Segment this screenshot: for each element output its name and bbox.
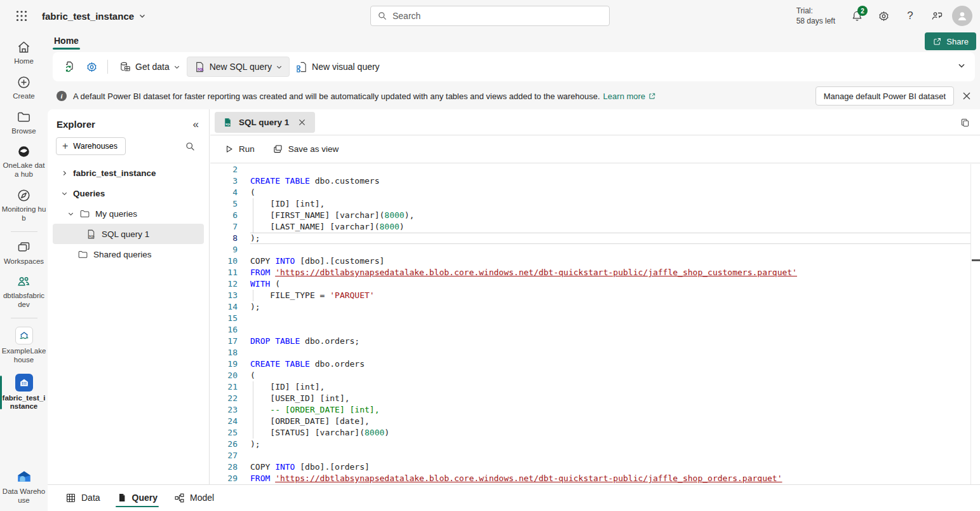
search-input[interactable] [393,11,603,21]
nav-item-browse[interactable]: Browse [0,109,48,137]
nav-item-workspace-dbtlabsfabricdev[interactable]: dbtlabsfabricdev [0,274,48,310]
folder-icon [79,208,90,219]
settings-button[interactable] [872,4,895,27]
play-icon [224,144,234,154]
share-button[interactable]: Share [925,32,976,50]
search-icon [377,11,387,21]
explorer-title: Explorer [57,119,95,130]
nav-item-create[interactable]: Create [0,74,48,102]
code-area[interactable]: 23CREATE TABLE dbo.customers4(5 [ID] [in… [210,164,970,484]
query-editor: SQL SQL query 1 Run [210,109,980,484]
chevron-down-icon [60,190,68,197]
tab-sql-query-1[interactable]: SQL SQL query 1 [215,112,315,133]
warehouse-settings-icon[interactable] [81,57,102,77]
code-line[interactable]: 21 [ID] [int], [210,381,970,393]
tab-data[interactable]: Data [60,487,105,510]
code-line[interactable]: 22 [USER_ID] [int], [210,393,970,404]
code-line[interactable]: 11FROM 'https://dbtlabsynapsedatalake.bl… [210,267,970,278]
code-lines: 23CREATE TABLE dbo.customers4(5 [ID] [in… [210,164,970,484]
new-visual-query-button[interactable]: New visual query [290,57,386,77]
nav-item-examplelakehouse[interactable]: ExampleLakehouse [0,326,48,365]
code-line[interactable]: 13 FILE_TYPE = 'PARQUET' [210,290,970,301]
code-line[interactable]: 2 [210,164,970,175]
plus-icon: + [62,141,68,151]
banner-close-icon[interactable] [957,86,976,106]
create-icon [17,75,31,90]
tab-close-icon[interactable] [295,115,309,129]
collapse-panel-icon[interactable]: « [193,119,199,130]
code-line[interactable]: 15 [210,313,970,324]
code-line[interactable]: 27 [210,450,970,461]
code-line[interactable]: 10COPY INTO [dbo].[customers] [210,256,970,267]
explorer-search-icon[interactable] [181,137,199,155]
learn-more-link[interactable]: Learn more [603,92,656,101]
notifications-button[interactable]: 2 [845,4,868,27]
svg-text:SQL: SQL [89,235,95,238]
code-line[interactable]: 16 [210,324,970,336]
sql-file-icon: SQL [222,117,233,128]
code-line[interactable]: 19CREATE TABLE dbo.orders [210,358,970,370]
refresh-semantic-model-icon[interactable] [59,57,81,77]
tab-query[interactable]: Query [112,487,163,509]
tree-item-warehouse-root[interactable]: fabric_test_instance [48,163,209,183]
nav-item-onelake-data-hub[interactable]: OneLake data hub [0,144,48,180]
sql-file-icon: SQL [194,61,206,73]
nav-item-home[interactable]: Home [0,39,48,67]
code-line[interactable]: 4( [210,187,970,198]
nav-item-workspaces[interactable]: Workspaces [0,240,48,267]
tree-item-shared-queries[interactable]: Shared queries [48,244,209,264]
notification-badge: 2 [857,6,868,16]
nav-item-fabric-test-instance[interactable]: fabric_test_instance [0,373,48,412]
code-line[interactable]: 14); [210,301,970,313]
sql-file-icon: SQL [86,229,97,240]
tree-item-queries[interactable]: Queries [48,183,209,203]
copy-icon[interactable] [957,115,972,130]
tab-home[interactable]: Home [53,34,80,50]
code-line[interactable]: 18 [210,347,970,358]
database-icon [119,61,131,73]
save-as-view-button[interactable]: Save as view [265,139,347,160]
tree-item-my-queries[interactable]: My queries [48,203,209,224]
code-line[interactable]: 5 [ID] [int], [210,198,970,210]
code-line[interactable]: 29FROM 'https://dbtlabsynapsedatalake.bl… [210,473,970,484]
editor-scrollbar[interactable] [970,164,980,484]
code-line[interactable]: 9 [210,244,970,256]
manage-default-dataset-button[interactable]: Manage default Power BI dataset [816,86,954,106]
workspace-switcher[interactable]: fabric_test_instance [42,11,146,22]
code-line[interactable]: 25 [STATUS] [varchar](8000) [210,427,970,439]
code-line[interactable]: 7 [LAST_NAME] [varchar](8000) [210,221,970,233]
code-line[interactable]: 8); [210,233,970,244]
divider [11,231,37,232]
code-line[interactable]: 23 -- [ORDER_DATE] [int], [210,404,970,416]
chevron-down-icon [173,64,180,71]
feedback-icon[interactable] [925,4,948,27]
header-row: Home Share [48,32,980,52]
add-warehouses-button[interactable]: + Warehouses [56,137,126,155]
code-line[interactable]: 3CREATE TABLE dbo.customers [210,175,970,187]
chevron-right-icon [60,170,68,177]
get-data-button[interactable]: Get data [113,57,187,77]
svg-text:SQL: SQL [198,67,204,71]
code-line[interactable]: 20( [210,370,970,381]
warehouse-item-icon [15,374,33,392]
info-icon: i [57,91,67,101]
code-line[interactable]: 24 [ORDER_DATE] [date], [210,416,970,427]
svg-text:SQL: SQL [225,122,231,125]
help-button[interactable]: ? [899,4,922,27]
nav-item-monitoring-hub[interactable]: Monitoring hub [0,187,48,224]
run-button[interactable]: Run [217,139,262,160]
code-line[interactable]: 28COPY INTO [dbo].[orders] [210,461,970,473]
code-line[interactable]: 17DROP TABLE dbo.orders; [210,336,970,347]
code-line[interactable]: 26); [210,439,970,450]
tab-model[interactable]: Model [169,487,219,510]
tree-item-sql-query-1[interactable]: SQL SQL query 1 [53,224,204,244]
ribbon-collapse-chevron[interactable] [957,61,966,70]
new-sql-query-button[interactable]: SQL New SQL query [187,57,290,77]
app-launcher-icon[interactable] [6,1,37,31]
top-bar: fabric_test_instance Trial: 58 days left… [0,0,980,32]
nav-item-data-warehouse[interactable]: Data Warehouse [0,468,48,506]
avatar[interactable] [952,6,972,26]
code-line[interactable]: 12WITH ( [210,278,970,290]
lakehouse-icon [15,327,33,344]
code-line[interactable]: 6 [FIRST_NAME] [varchar](8000), [210,210,970,221]
